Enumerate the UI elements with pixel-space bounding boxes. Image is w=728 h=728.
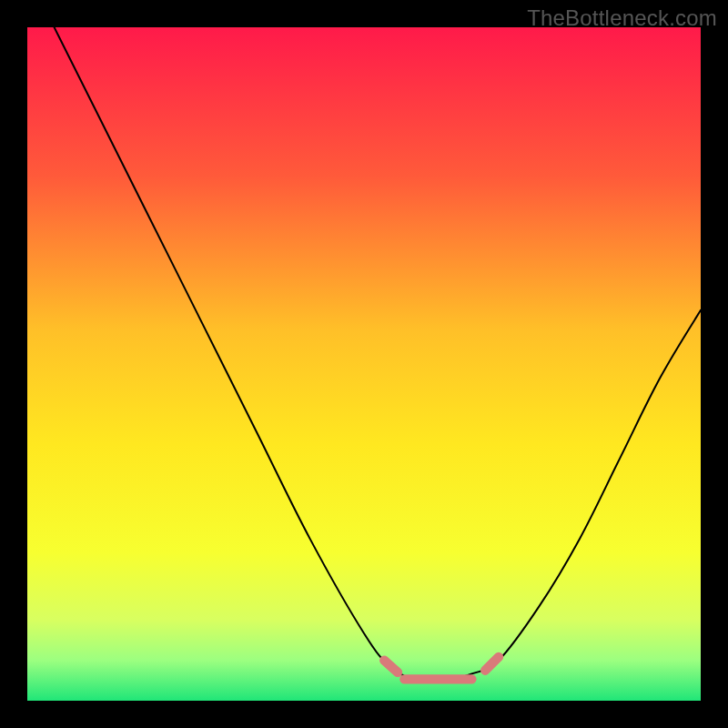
bottleneck-chart bbox=[27, 27, 701, 701]
plot-area bbox=[27, 27, 701, 701]
chart-frame: TheBottleneck.com bbox=[0, 0, 728, 728]
gradient-background bbox=[27, 27, 701, 701]
